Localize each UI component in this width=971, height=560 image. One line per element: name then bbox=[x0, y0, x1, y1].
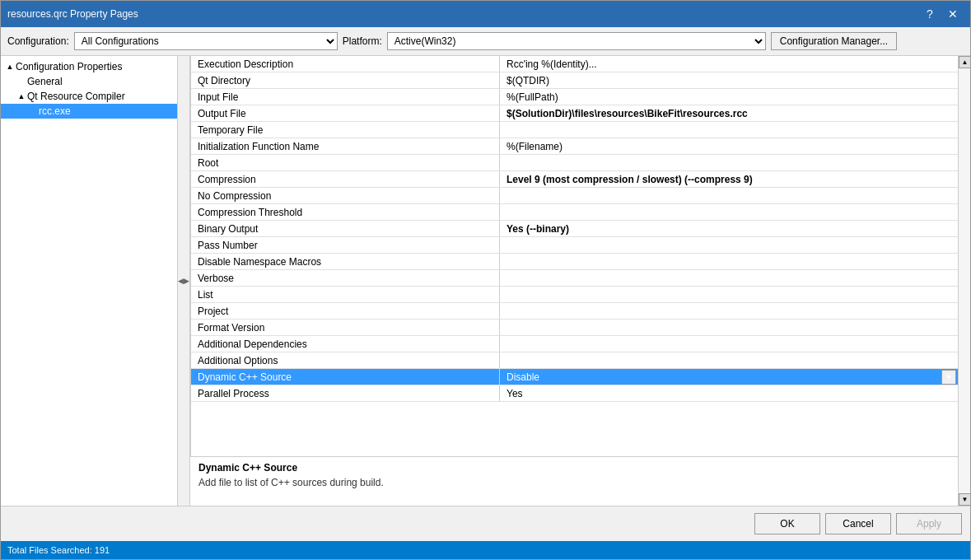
status-text: Total Files Searched: 191 bbox=[7, 545, 110, 555]
table-row[interactable]: Execution DescriptionRcc'ing %(Identity)… bbox=[191, 56, 958, 72]
dropdown-arrow-icon[interactable]: ▼ bbox=[941, 370, 956, 385]
table-row[interactable]: Pass Number bbox=[191, 237, 958, 254]
prop-name-cell: Compression bbox=[191, 171, 500, 187]
prop-value-cell bbox=[500, 188, 958, 203]
prop-value-cell: ▼ bbox=[500, 369, 958, 385]
config-bar: Configuration: All Configurations Platfo… bbox=[1, 27, 970, 56]
table-row[interactable]: Additional Dependencies bbox=[191, 336, 958, 352]
sidebar-item-label: rcc.exe bbox=[39, 105, 71, 117]
main-content: ▲ Configuration Properties General ▲ Qt … bbox=[1, 56, 970, 506]
table-row[interactable]: Compression Threshold bbox=[191, 204, 958, 221]
table-row[interactable]: Format Version bbox=[191, 320, 958, 336]
cancel-button[interactable]: Cancel bbox=[825, 513, 891, 534]
expand-arrow-icon: ▲ bbox=[16, 91, 27, 102]
sidebar-item-qt-resource-compiler[interactable]: ▲ Qt Resource Compiler bbox=[1, 89, 177, 104]
sidebar-item-general[interactable]: General bbox=[1, 74, 177, 89]
prop-name-cell: List bbox=[191, 287, 500, 302]
table-row[interactable]: Qt Directory$(QTDIR) bbox=[191, 72, 958, 89]
table-row[interactable]: Output File$(SolutionDir)\files\resource… bbox=[191, 105, 958, 122]
sidebar: ▲ Configuration Properties General ▲ Qt … bbox=[1, 56, 178, 506]
scroll-track[interactable] bbox=[959, 68, 970, 493]
prop-name-cell: Additional Options bbox=[191, 352, 500, 368]
apply-button[interactable]: Apply bbox=[896, 513, 962, 534]
configuration-manager-button[interactable]: Configuration Manager... bbox=[771, 32, 897, 50]
prop-value-cell: $(QTDIR) bbox=[500, 72, 958, 88]
prop-value-cell: Yes (--binary) bbox=[500, 221, 958, 236]
help-button[interactable]: ? bbox=[919, 5, 941, 23]
prop-name-cell: Initialization Function Name bbox=[191, 138, 500, 154]
prop-name-cell: Dynamic C++ Source bbox=[191, 369, 500, 385]
prop-value-cell bbox=[500, 270, 958, 286]
table-row[interactable]: No Compression bbox=[191, 188, 958, 204]
prop-value-cell: Level 9 (most compression / slowest) (--… bbox=[500, 171, 958, 187]
prop-value-cell: Rcc'ing %(Identity)... bbox=[500, 56, 958, 72]
platform-select[interactable]: Active(Win32) bbox=[387, 32, 766, 50]
table-row[interactable]: List bbox=[191, 287, 958, 303]
table-row[interactable]: Dynamic C++ Source▼ bbox=[191, 369, 958, 385]
prop-value-cell bbox=[500, 287, 958, 302]
platform-label: Platform: bbox=[343, 35, 382, 47]
description-panel: Dynamic C++ Source Add file to list of C… bbox=[190, 456, 958, 506]
table-row[interactable]: Root bbox=[191, 155, 958, 171]
prop-value-cell bbox=[500, 204, 958, 220]
title-bar: resources.qrc Property Pages ? ✕ bbox=[1, 1, 970, 27]
configuration-label: Configuration: bbox=[7, 35, 69, 47]
properties-rows: Execution DescriptionRcc'ing %(Identity)… bbox=[191, 56, 958, 402]
prop-name-cell: Format Version bbox=[191, 320, 500, 335]
prop-name-cell: Execution Description bbox=[191, 56, 500, 72]
spacer-icon bbox=[27, 105, 39, 117]
prop-name-cell: Qt Directory bbox=[191, 72, 500, 88]
table-row[interactable]: Binary OutputYes (--binary) bbox=[191, 221, 958, 237]
table-row[interactable]: Input File%(FullPath) bbox=[191, 89, 958, 105]
bottom-bar: OK Cancel Apply bbox=[1, 506, 970, 541]
prop-value-cell: Yes bbox=[500, 385, 958, 401]
table-row[interactable]: Project bbox=[191, 303, 958, 320]
prop-name-cell: Input File bbox=[191, 89, 500, 105]
sidebar-item-label: Configuration Properties bbox=[16, 61, 122, 72]
prop-name-cell: Binary Output bbox=[191, 221, 500, 236]
scroll-down-button[interactable]: ▼ bbox=[959, 493, 970, 506]
prop-name-cell: Additional Dependencies bbox=[191, 336, 500, 352]
prop-value-cell bbox=[500, 336, 958, 352]
close-button[interactable]: ✕ bbox=[942, 5, 964, 23]
prop-name-cell: No Compression bbox=[191, 188, 500, 203]
configuration-select[interactable]: All Configurations bbox=[74, 32, 338, 50]
prop-value-cell bbox=[500, 237, 958, 253]
prop-name-cell: Disable Namespace Macros bbox=[191, 254, 500, 269]
status-bar: Total Files Searched: 191 bbox=[1, 541, 970, 559]
prop-value-cell bbox=[500, 122, 958, 138]
description-title: Dynamic C++ Source bbox=[198, 462, 950, 474]
scroll-up-button[interactable]: ▲ bbox=[959, 56, 970, 68]
prop-name-cell: Temporary File bbox=[191, 122, 500, 138]
prop-value-cell bbox=[500, 254, 958, 269]
prop-name-cell: Project bbox=[191, 303, 500, 319]
description-text: Add file to list of C++ sources during b… bbox=[198, 477, 950, 488]
prop-value-cell: %(Filename) bbox=[500, 138, 958, 154]
ok-button[interactable]: OK bbox=[754, 513, 820, 534]
table-row[interactable]: Temporary File bbox=[191, 122, 958, 138]
prop-value-cell bbox=[500, 155, 958, 170]
title-bar-controls: ? ✕ bbox=[919, 5, 964, 23]
main-window: resources.qrc Property Pages ? ✕ Configu… bbox=[0, 0, 971, 560]
prop-value-input[interactable] bbox=[507, 371, 951, 383]
prop-name-cell: Root bbox=[191, 155, 500, 170]
table-row[interactable]: Initialization Function Name%(Filename) bbox=[191, 138, 958, 155]
left-scroll-icon[interactable]: ◀▶ bbox=[178, 277, 189, 285]
properties-table: Execution DescriptionRcc'ing %(Identity)… bbox=[190, 56, 958, 456]
table-row[interactable]: CompressionLevel 9 (most compression / s… bbox=[191, 171, 958, 188]
table-row[interactable]: Additional Options bbox=[191, 352, 958, 369]
sidebar-item-label: Qt Resource Compiler bbox=[27, 91, 125, 102]
table-row[interactable]: Verbose bbox=[191, 270, 958, 287]
prop-name-cell: Verbose bbox=[191, 270, 500, 286]
prop-name-cell: Compression Threshold bbox=[191, 204, 500, 220]
table-row[interactable]: Parallel ProcessYes bbox=[191, 385, 958, 402]
prop-value-cell bbox=[500, 352, 958, 368]
sidebar-item-rcc-exe[interactable]: rcc.exe bbox=[1, 104, 177, 119]
window-title: resources.qrc Property Pages bbox=[7, 8, 138, 20]
table-row[interactable]: Disable Namespace Macros bbox=[191, 254, 958, 270]
sidebar-item-config-props[interactable]: ▲ Configuration Properties bbox=[1, 59, 177, 74]
vertical-scrollbar[interactable]: ▲ ▼ bbox=[958, 56, 970, 506]
prop-value-cell bbox=[500, 320, 958, 335]
spacer-icon bbox=[16, 76, 27, 87]
prop-name-cell: Parallel Process bbox=[191, 385, 500, 401]
